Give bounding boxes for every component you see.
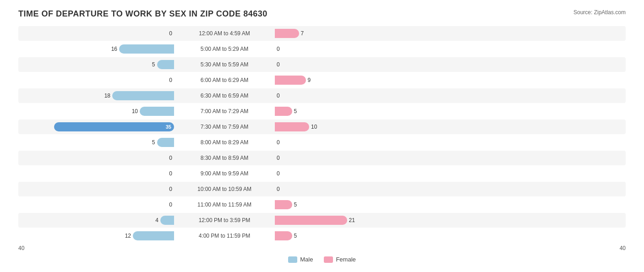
female-value: 7 [299,30,304,37]
male-value: 5 [152,61,157,68]
time-label: 7:00 AM to 7:29 AM [174,108,275,114]
title-row: TIME OF DEPARTURE TO WORK BY SEX IN ZIP … [18,9,626,19]
time-label: 6:00 AM to 6:29 AM [174,77,275,83]
male-bar: 5 [157,60,175,69]
legend-female: Female [324,256,355,263]
female-bar [275,122,309,131]
axis-labels: 40 40 [18,245,626,251]
female-bar [275,200,292,209]
male-label: Male [300,256,313,263]
time-label: 10:00 AM to 10:59 AM [174,186,275,192]
male-value-zero: 0 [169,155,172,161]
source-text: Source: ZipAtlas.com [573,9,626,16]
female-value: 21 [347,217,355,223]
male-value: 12 [125,233,133,239]
table-row: 357:30 AM to 7:59 AM10 [18,120,626,134]
male-value: 18 [104,92,112,99]
female-value: 10 [309,124,317,130]
table-row: 09:00 AM to 9:59 AM0 [18,166,626,181]
female-label: Female [336,256,355,263]
male-bar: 18 [112,91,174,100]
table-row: 124:00 PM to 11:59 PM5 [18,228,626,243]
time-label: 6:30 AM to 6:59 AM [174,92,275,99]
female-value-zero: 0 [275,155,280,161]
female-swatch [324,256,333,263]
male-value-zero: 0 [169,186,172,192]
male-bar: 16 [119,44,174,54]
male-value-zero: 0 [169,201,172,208]
chart-title: TIME OF DEPARTURE TO WORK BY SEX IN ZIP … [18,9,267,19]
female-value: 5 [292,108,297,114]
male-value-zero: 0 [169,30,172,37]
table-row: 107:00 AM to 7:29 AM5 [18,104,626,119]
time-label: 12:00 PM to 3:59 PM [174,217,275,223]
female-value: 9 [306,77,311,83]
female-value-zero: 0 [275,92,280,99]
time-label: 8:00 AM to 8:29 AM [174,139,275,146]
time-label: 8:30 AM to 8:59 AM [174,155,275,161]
axis-right: 40 [620,245,626,251]
male-swatch [288,256,297,263]
male-value: 10 [132,108,140,114]
male-bar: 10 [140,107,174,116]
time-label: 5:30 AM to 5:59 AM [174,61,275,68]
male-value-zero: 0 [169,77,172,83]
table-row: 08:30 AM to 8:59 AM0 [18,151,626,165]
time-label: 9:00 AM to 9:59 AM [174,170,275,177]
male-bar: 12 [133,231,174,240]
male-bar: 5 [157,138,175,147]
table-row: 06:00 AM to 6:29 AM9 [18,73,626,87]
chart-container: TIME OF DEPARTURE TO WORK BY SEX IN ZIP … [0,0,644,272]
female-bar [275,76,306,85]
female-bar [275,107,292,116]
male-value-zero: 0 [169,170,172,177]
male-value: 4 [155,217,160,223]
female-value-zero: 0 [275,61,280,68]
table-row: 55:30 AM to 5:59 AM0 [18,57,626,72]
female-value-zero: 0 [275,186,280,192]
table-row: 186:30 AM to 6:59 AM0 [18,88,626,103]
female-value: 5 [292,233,297,239]
legend-male: Male [288,256,313,263]
female-bar [275,216,347,225]
axis-left: 40 [18,245,24,251]
time-label: 4:00 PM to 11:59 PM [174,233,275,239]
table-row: 412:00 PM to 3:59 PM21 [18,213,626,228]
legend: Male Female [18,256,626,263]
female-value-zero: 0 [275,46,280,52]
male-value-inside: 35 [166,124,171,130]
male-bar: 4 [160,216,174,225]
table-row: 012:00 AM to 4:59 AM7 [18,26,626,41]
female-bar [275,231,292,240]
female-bar [275,29,299,38]
time-label: 11:00 AM to 11:59 AM [174,201,275,208]
female-value-zero: 0 [275,139,280,146]
rows-container: 012:00 AM to 4:59 AM7165:00 AM to 5:29 A… [18,26,626,243]
male-bar: 35 [54,122,175,131]
female-value: 5 [292,201,297,208]
time-label: 7:30 AM to 7:59 AM [174,124,275,130]
table-row: 010:00 AM to 10:59 AM0 [18,182,626,196]
male-value: 16 [111,46,119,52]
female-value-zero: 0 [275,170,280,177]
table-row: 011:00 AM to 11:59 AM5 [18,197,626,212]
time-label: 12:00 AM to 4:59 AM [174,30,275,37]
table-row: 165:00 AM to 5:29 AM0 [18,42,626,56]
male-value: 5 [152,139,157,146]
time-label: 5:00 AM to 5:29 AM [174,46,275,52]
table-row: 58:00 AM to 8:29 AM0 [18,135,626,150]
